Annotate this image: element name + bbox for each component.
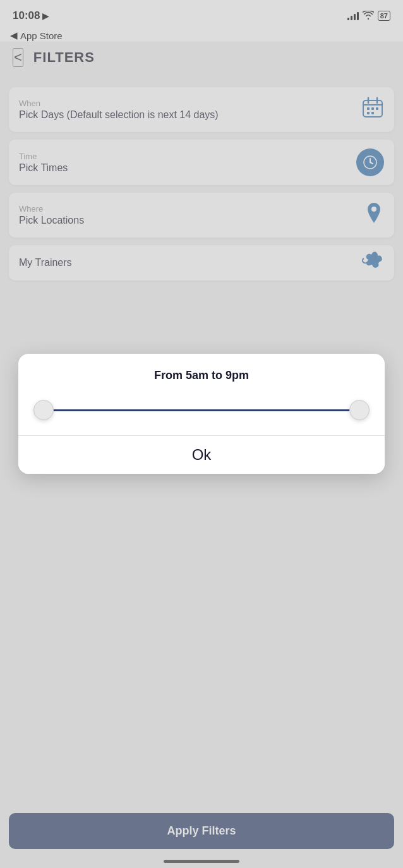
dialog-ok-button[interactable]: Ok <box>18 436 385 474</box>
modal-overlay: From 5am to 9pm Ok <box>0 0 403 868</box>
time-picker-dialog: From 5am to 9pm Ok <box>18 354 385 474</box>
slider-thumb-left[interactable] <box>33 400 54 420</box>
slider-track <box>39 409 364 411</box>
dialog-title: From 5am to 9pm <box>33 369 370 382</box>
time-range-slider[interactable] <box>33 397 370 423</box>
slider-thumb-right[interactable] <box>349 400 370 420</box>
dialog-content: From 5am to 9pm <box>18 354 385 435</box>
